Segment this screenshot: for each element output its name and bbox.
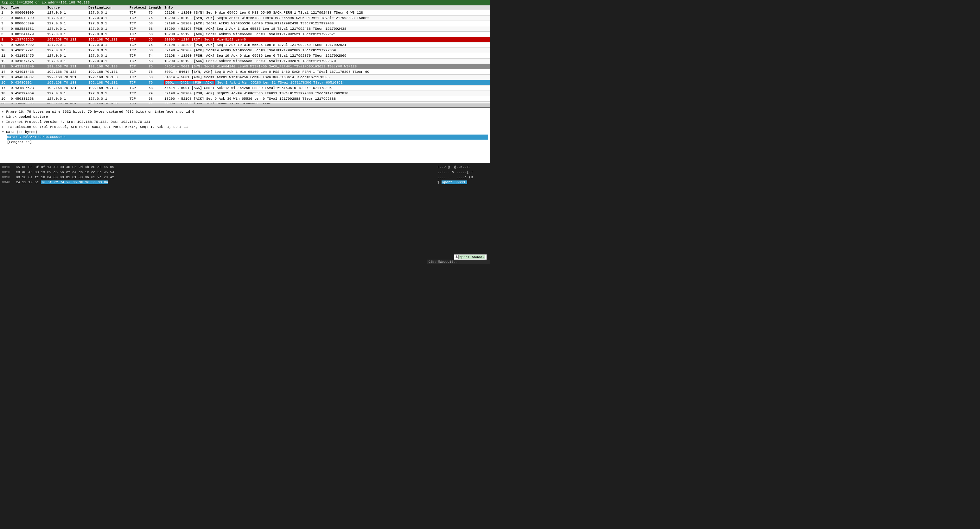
detail-tcp[interactable]: Transmission Control Protocol, Src Port:… [2,124,488,129]
detail-data-label[interactable]: Data (11 bytes) [2,129,488,135]
table-row[interactable]: 90.430905092127.0.0.1127.0.0.1TCP7652198… [0,43,490,48]
table-row[interactable]: 160.434861024192.168.70.133192.168.70.13… [0,80,490,86]
table-row[interactable]: 120.431877475127.0.0.1127.0.0.1TCP681820… [0,59,490,64]
statusbar: CSN: @Woopo15... [426,260,490,264]
col-source: Source [46,6,87,10]
filter-display: tcp.port==18200 or ip.addr==192.168.70.1… [2,1,90,5]
table-row[interactable]: 20.000040799127.0.0.1127.0.0.1TCP7618200… [0,16,490,21]
col-dest: Destination [87,6,128,10]
terminal-input[interactable]: $ ^port 56033. [454,254,487,260]
table-row[interactable]: 10.000000000127.0.0.1127.0.0.1TCP7652198… [0,10,490,16]
table-row[interactable]: 130.433381349192.168.70.131192.168.70.13… [0,64,490,69]
col-length: Length [147,6,163,10]
terminal-value[interactable]: ^port 56033. [458,255,485,259]
packet-detail: Frame 16: 79 bytes on wire (632 bits), 7… [0,107,490,163]
table-row[interactable]: 180.450297059127.0.0.1127.0.0.1TCP795219… [0,91,490,96]
detail-linux[interactable]: Linux cooked capture [2,114,488,119]
table-row[interactable]: 50.082641479127.0.0.1127.0.0.1TCP6818200… [0,32,490,37]
hex-rows: 001045 00 00 3f 8f 14 40 00 40 06 9d 4b … [2,165,488,185]
hex-row: 004024 12 10 5e 70 6f 72 74 20 35 36 30 … [2,180,488,185]
col-protocol: Protocol [128,6,147,10]
detail-data-length: [Length: 11] [7,140,488,145]
table-row[interactable]: 110.431851475127.0.0.1127.0.0.1TCP745219… [0,53,490,59]
table-row[interactable]: 30.000066399127.0.0.1127.0.0.1TCP6852198… [0,21,490,26]
horizontal-scrollbar[interactable] [0,103,490,107]
hex-dump: 001045 00 00 3f 8f 14 40 00 40 06 9d 4b … [0,163,490,201]
col-no: No. [0,6,10,10]
titlebar: tcp.port==18200 or ip.addr==192.168.70.1… [0,0,490,5]
detail-ip[interactable]: Internet Protocol Version 4, Src: 192.16… [2,119,488,124]
packet-rows[interactable]: 10.000000000127.0.0.1127.0.0.1TCP7652198… [0,10,490,103]
table-row[interactable]: 40.082581581127.0.0.1127.0.0.1TCP6818200… [0,26,490,32]
hex-row: 0020c0 a8 46 83 13 89 d5 56 cf d4 db 1e … [2,170,488,175]
hex-row: 001045 00 00 3f 8f 14 40 00 40 06 9d 4b … [2,165,488,170]
table-row[interactable]: 190.450331258127.0.0.1127.0.0.1TCP681820… [0,96,490,102]
table-row[interactable]: 200.471918787192.168.70.131192.168.70.13… [0,102,490,103]
col-info: Info [163,6,490,10]
table-row[interactable]: 80.138791515192.168.70.131192.168.70.133… [0,37,490,43]
terminal-prefix: $ [455,255,458,259]
hex-row: 003080 18 01 fe 18 04 00 00 01 01 08 0a … [2,175,488,180]
column-headers: No. Time Source Destination Protocol Len… [0,5,490,10]
detail-data-value: Data: 706f72742035363033330a [7,135,488,140]
statusbar-text: CSN: @Woopo15... [428,260,459,264]
detail-frame[interactable]: Frame 16: 79 bytes on wire (632 bits), 7… [2,109,488,114]
table-row[interactable]: 150.434074037192.168.70.131192.168.70.13… [0,75,490,80]
packet-list[interactable]: No. Time Source Destination Protocol Len… [0,5,490,103]
table-row[interactable]: 170.434886523192.168.70.131192.168.70.13… [0,86,490,91]
table-row[interactable]: 100.430959291127.0.0.1127.0.0.1TCP685219… [0,48,490,53]
table-row[interactable]: 140.434015438192.168.70.133192.168.70.13… [0,69,490,75]
col-time: Time [10,6,46,10]
